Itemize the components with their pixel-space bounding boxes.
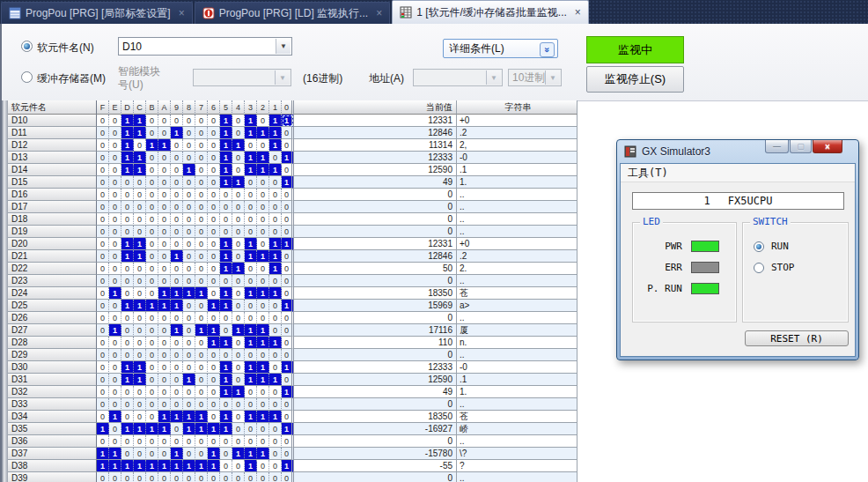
- bit-cell-D11-8[interactable]: 0: [183, 127, 195, 139]
- bit-cell-D37-E[interactable]: 1: [109, 448, 121, 460]
- bit-cell-D12-A[interactable]: 1: [158, 139, 171, 152]
- bit-cell-D13-4[interactable]: 0: [232, 152, 245, 164]
- bit-cell-D27-A[interactable]: 0: [158, 324, 171, 337]
- bit-cell-D16-1[interactable]: 0: [269, 189, 282, 201]
- device-name-cell[interactable]: D31: [8, 374, 97, 386]
- bit-cell-D30-1[interactable]: 0: [269, 361, 282, 374]
- bit-cell-D18-2[interactable]: 0: [257, 213, 269, 226]
- bit-cell-D17-2[interactable]: 0: [257, 201, 269, 213]
- bit-cell-D36-A[interactable]: 0: [158, 435, 171, 448]
- bit-cell-D36-3[interactable]: 0: [245, 435, 257, 448]
- bit-cell-D27-0[interactable]: 0: [282, 324, 294, 337]
- bit-cell-D31-4[interactable]: 0: [232, 374, 245, 386]
- current-value-cell[interactable]: 12590: [294, 164, 457, 176]
- tab-close-icon[interactable]: ×: [376, 7, 382, 19]
- bit-cell-D34-F[interactable]: 0: [97, 411, 109, 423]
- bit-cell-D10-C[interactable]: 1: [134, 115, 146, 127]
- gx-simulator3-dialog[interactable]: GX Simulator3 — ▢ × 工具(T) 1 FX5UCPU LED …: [616, 139, 859, 360]
- bit-cell-D30-0[interactable]: 1: [282, 361, 294, 374]
- bit-cell-D25-E[interactable]: 0: [109, 300, 121, 312]
- bit-cell-D14-8[interactable]: 1: [183, 164, 195, 176]
- bit-cell-D36-0[interactable]: 0: [282, 435, 294, 448]
- bit-cell-D26-C[interactable]: 0: [134, 312, 146, 324]
- bit-cell-D34-8[interactable]: 1: [183, 411, 195, 423]
- bit-cell-D30-C[interactable]: 1: [134, 361, 146, 374]
- bit-cell-D10-F[interactable]: 0: [97, 115, 109, 127]
- bit-cell-D13-9[interactable]: 0: [171, 152, 183, 164]
- bit-cell-D31-A[interactable]: 0: [158, 374, 171, 386]
- maximize-button[interactable]: ▢: [790, 140, 812, 153]
- bit-cell-D32-4[interactable]: 1: [232, 386, 245, 398]
- current-value-cell[interactable]: 12333: [294, 361, 457, 374]
- bit-cell-D22-7[interactable]: 0: [195, 263, 208, 275]
- bit-cell-D19-C[interactable]: 0: [134, 226, 146, 238]
- bit-cell-D17-C[interactable]: 0: [134, 201, 146, 213]
- bit-cell-D33-0[interactable]: 0: [282, 398, 294, 411]
- bit-cell-D17-4[interactable]: 0: [232, 201, 245, 213]
- bit-cell-D29-1[interactable]: 0: [269, 349, 282, 361]
- bit-cell-D35-9[interactable]: 0: [171, 423, 183, 435]
- string-cell[interactable]: 苍: [457, 287, 577, 300]
- string-cell[interactable]: .2: [457, 250, 577, 263]
- bit-cell-D12-7[interactable]: 0: [195, 139, 208, 152]
- bit-cell-D11-2[interactable]: 1: [257, 127, 269, 139]
- bit-cell-D38-C[interactable]: 1: [134, 460, 146, 472]
- bit-cell-D38-F[interactable]: 1: [97, 460, 109, 472]
- bit-cell-D24-D[interactable]: 0: [121, 287, 134, 300]
- bit-cell-D13-F[interactable]: 0: [97, 152, 109, 164]
- bit-cell-D14-7[interactable]: 0: [195, 164, 208, 176]
- bit-cell-D36-6[interactable]: 0: [208, 435, 220, 448]
- bit-cell-D15-C[interactable]: 0: [134, 176, 146, 189]
- bit-cell-D24-1[interactable]: 1: [269, 287, 282, 300]
- bit-cell-D24-8[interactable]: 1: [183, 287, 195, 300]
- bit-cell-D36-2[interactable]: 0: [257, 435, 269, 448]
- bit-cell-D37-3[interactable]: 1: [245, 448, 257, 460]
- bit-cell-D10-3[interactable]: 1: [245, 115, 257, 127]
- bit-cell-D29-B[interactable]: 0: [146, 349, 158, 361]
- bit-cell-D18-B[interactable]: 0: [146, 213, 158, 226]
- bit-cell-D18-9[interactable]: 0: [171, 213, 183, 226]
- bit-cell-D25-8[interactable]: 0: [183, 300, 195, 312]
- bit-cell-D11-B[interactable]: 0: [146, 127, 158, 139]
- bit-cell-D36-5[interactable]: 0: [220, 435, 232, 448]
- bit-cell-D12-9[interactable]: 0: [171, 139, 183, 152]
- bit-cell-D17-A[interactable]: 0: [158, 201, 171, 213]
- bit-cell-D25-9[interactable]: 1: [171, 300, 183, 312]
- bit-cell-D18-8[interactable]: 0: [183, 213, 195, 226]
- bit-cell-D23-6[interactable]: 0: [208, 275, 220, 287]
- bit-cell-D21-8[interactable]: 0: [183, 250, 195, 263]
- bit-cell-D27-C[interactable]: 0: [134, 324, 146, 337]
- bit-cell-D18-D[interactable]: 0: [121, 213, 134, 226]
- bit-cell-D38-0[interactable]: 1: [282, 460, 294, 472]
- bit-cell-D21-D[interactable]: 1: [121, 250, 134, 263]
- bit-cell-D15-B[interactable]: 0: [146, 176, 158, 189]
- buffer-memory-radio[interactable]: [21, 71, 33, 83]
- string-cell[interactable]: .1: [457, 164, 577, 176]
- bit-cell-D31-2[interactable]: 1: [257, 374, 269, 386]
- bit-cell-D28-C[interactable]: 0: [134, 337, 146, 349]
- bit-cell-D32-0[interactable]: 1: [282, 386, 294, 398]
- bit-cell-D19-E[interactable]: 0: [109, 226, 121, 238]
- bit-cell-D20-8[interactable]: 0: [183, 238, 195, 250]
- current-value-cell[interactable]: 12331: [294, 238, 457, 250]
- tab-progpou-local-label[interactable]: ProgPou [PRG] [局部标签设置] ×: [1, 2, 193, 24]
- detail-condition-button[interactable]: 详细条件(L) »: [443, 39, 558, 58]
- bit-cell-D26-4[interactable]: 0: [232, 312, 245, 324]
- bit-cell-D37-2[interactable]: 1: [257, 448, 269, 460]
- device-name-cell[interactable]: D38: [8, 460, 97, 472]
- bit-cell-D30-E[interactable]: 0: [109, 361, 121, 374]
- bit-cell-D11-E[interactable]: 0: [109, 127, 121, 139]
- bit-cell-D20-C[interactable]: 1: [134, 238, 146, 250]
- device-name-cell[interactable]: D23: [8, 275, 97, 287]
- bit-cell-D32-D[interactable]: 0: [121, 386, 134, 398]
- bit-cell-D31-0[interactable]: 0: [282, 374, 294, 386]
- double-chevron-down-icon[interactable]: »: [540, 42, 555, 57]
- string-cell[interactable]: .1: [457, 374, 577, 386]
- bit-cell-D16-D[interactable]: 0: [121, 189, 134, 201]
- bit-cell-D39-B[interactable]: 0: [146, 472, 158, 482]
- bit-cell-D38-2[interactable]: 0: [257, 460, 269, 472]
- bit-cell-D21-E[interactable]: 0: [109, 250, 121, 263]
- string-cell[interactable]: ..: [457, 312, 577, 324]
- bit-cell-D15-D[interactable]: 0: [121, 176, 134, 189]
- string-cell[interactable]: 苍: [457, 411, 577, 423]
